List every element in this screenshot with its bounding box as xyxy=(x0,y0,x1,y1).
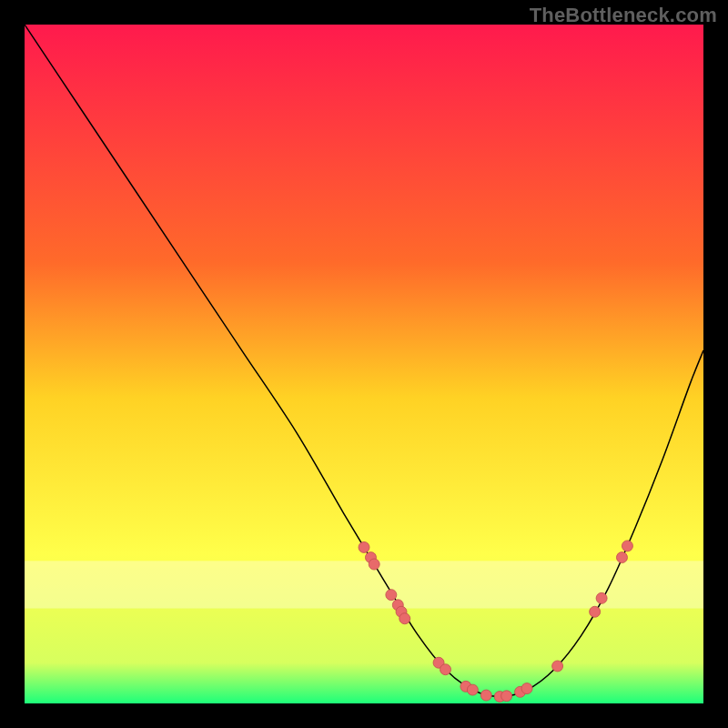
data-marker xyxy=(386,590,397,601)
data-marker xyxy=(622,541,632,551)
data-marker xyxy=(552,661,563,672)
data-marker xyxy=(440,664,451,675)
data-marker xyxy=(616,552,627,563)
data-marker xyxy=(501,691,512,702)
data-marker xyxy=(359,541,369,552)
plot-area xyxy=(25,25,703,703)
data-marker xyxy=(521,683,532,694)
data-marker xyxy=(369,559,379,570)
data-marker xyxy=(480,690,491,701)
data-marker xyxy=(467,684,478,695)
chart-svg xyxy=(25,25,703,703)
data-marker xyxy=(596,592,607,603)
data-marker xyxy=(399,613,410,624)
data-marker xyxy=(590,606,601,617)
chart-frame: TheBottleneck.com xyxy=(0,0,728,728)
